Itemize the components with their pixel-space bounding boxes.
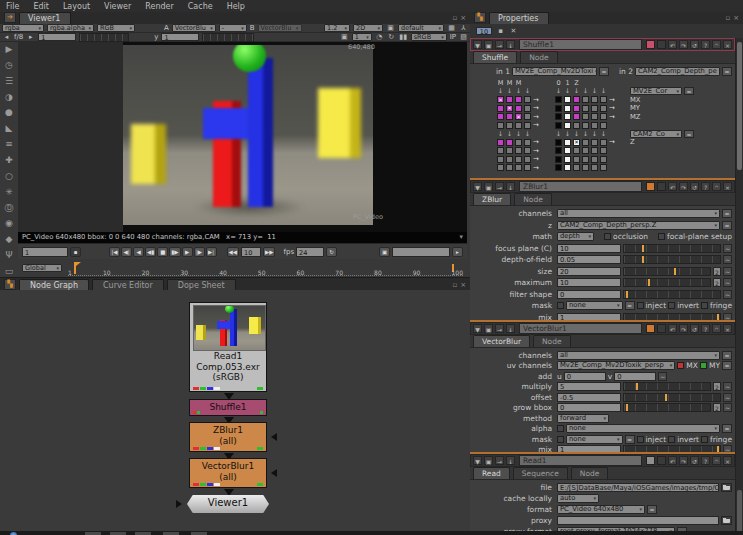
help-icon[interactable]: ? xyxy=(701,456,710,465)
mix-slider[interactable] xyxy=(623,445,721,452)
shuffle-matrix-cell[interactable] xyxy=(506,96,513,103)
toolbar-node-icon[interactable]: ▭ xyxy=(5,266,14,276)
add-u-field[interactable]: 0 xyxy=(564,372,606,381)
toolbar-node-icon[interactable]: ◷ xyxy=(5,60,13,70)
shuffle-matrix-cell[interactable] xyxy=(524,122,531,129)
shuffle-matrix-cell[interactable] xyxy=(515,105,522,112)
animation-curve-icon[interactable]: ~ xyxy=(723,255,732,264)
shuffle-matrix-cell[interactable] xyxy=(497,156,504,163)
close-all-panels-icon[interactable]: ✕ xyxy=(509,27,518,35)
help-icon[interactable]: ? xyxy=(701,40,710,49)
cache-locally-select[interactable]: auto▾ xyxy=(557,494,599,503)
shuffle-matrix-cell[interactable] xyxy=(573,139,580,146)
center-node-icon[interactable]: ▣ xyxy=(484,182,493,191)
node-name-field[interactable]: ZBlur1 xyxy=(519,181,642,192)
z-channel-select[interactable]: CAM2_Comp_Depth_persp.Z▾ xyxy=(557,221,720,230)
shuffle-matrix-cell[interactable] xyxy=(506,164,513,171)
revert-icon[interactable]: ↺ xyxy=(690,456,699,465)
offset-field[interactable]: -0.5 xyxy=(557,393,621,402)
shuffle-matrix-cell[interactable] xyxy=(573,96,580,103)
shuffle-matrix-cell[interactable] xyxy=(555,122,562,129)
shuffle-matrix-cell[interactable] xyxy=(591,105,598,112)
slider-handle[interactable] xyxy=(674,268,676,275)
toolbar-node-icon[interactable]: Ψ xyxy=(5,250,12,260)
center-node-icon[interactable]: ▣ xyxy=(484,324,493,333)
pane-menu-icon[interactable]: ▚ xyxy=(474,12,486,23)
focus-plane-slider[interactable] xyxy=(623,244,721,253)
range-expand-icon[interactable]: ▸ xyxy=(452,247,463,257)
slider-handle[interactable] xyxy=(626,291,628,298)
channels-select[interactable]: all▾ xyxy=(557,351,720,360)
redo-icon[interactable]: ↷ xyxy=(679,182,688,191)
shuffle-matrix-cell[interactable] xyxy=(600,156,607,163)
split-values-button[interactable]: 2 xyxy=(713,403,721,412)
center-node-icon[interactable]: ▣ xyxy=(484,456,493,465)
node-name-field[interactable]: Read1 xyxy=(519,455,642,466)
grow-bbox-field[interactable]: 0 xyxy=(557,403,621,412)
shuffle-matrix-cell[interactable] xyxy=(524,96,531,103)
menu-item-file[interactable]: File xyxy=(6,2,19,11)
mask-select[interactable]: none▾ xyxy=(566,435,623,444)
float-pane-icon[interactable]: ▫ xyxy=(452,14,457,22)
close-pane-icon[interactable]: × xyxy=(460,281,466,289)
shuffle-matrix-cell[interactable] xyxy=(564,156,571,163)
close-panel-icon[interactable]: × xyxy=(723,324,732,333)
invert-checkbox[interactable] xyxy=(668,436,675,443)
node-color-swatch[interactable] xyxy=(646,324,655,333)
tab-node[interactable]: Node xyxy=(520,51,558,63)
tab-vectorblur[interactable]: VectorBlur xyxy=(473,335,530,347)
node-name-field[interactable]: Shuffle1 xyxy=(519,39,642,50)
transport-button[interactable]: ◀▮ xyxy=(145,247,156,257)
b-buffer-select[interactable]: VectorBlu▾ xyxy=(258,24,302,32)
transport-button[interactable]: ◀| xyxy=(121,247,132,257)
shuffle-matrix-cell[interactable] xyxy=(515,139,522,146)
slider-handle[interactable] xyxy=(665,394,667,401)
method-select[interactable]: forward▾ xyxy=(557,414,609,423)
wipe-mode-select[interactable]: -▾ xyxy=(219,24,247,32)
scrollbar-handle[interactable] xyxy=(737,42,742,170)
shuffle-matrix-cell[interactable] xyxy=(524,105,531,112)
shuffle-matrix-cell[interactable] xyxy=(591,156,598,163)
center-node-icon[interactable]: ▣ xyxy=(484,40,493,49)
float-pane-icon[interactable]: ▫ xyxy=(725,14,730,22)
animation-curve-icon[interactable]: ~ xyxy=(723,393,732,402)
shuffle-matrix-cell[interactable] xyxy=(600,147,607,154)
float-panel-icon[interactable]: → xyxy=(495,456,504,465)
tab-properties[interactable]: Properties xyxy=(489,12,549,24)
node-viewer1[interactable]: Viewer1 xyxy=(187,495,269,513)
proxy-path-field[interactable] xyxy=(557,516,719,525)
shuffle-matrix-cell[interactable] xyxy=(582,147,589,154)
toolbar-node-icon[interactable]: ✳ xyxy=(5,187,13,197)
current-frame-field[interactable]: 1 xyxy=(22,247,68,257)
close-panel-icon[interactable]: × xyxy=(723,182,732,191)
depth-of-field-slider[interactable] xyxy=(623,255,721,264)
shuffle-matrix-cell[interactable] xyxy=(497,105,504,112)
shuffle-matrix-cell[interactable] xyxy=(600,164,607,171)
shuffle-matrix-cell[interactable] xyxy=(582,105,589,112)
transport-button[interactable]: |◀ xyxy=(109,247,120,257)
fps-field[interactable]: 24 xyxy=(296,247,324,257)
pause-icon[interactable]: ▮▮ xyxy=(399,33,408,41)
raise-panel-icon[interactable]: ^ xyxy=(712,324,721,333)
revert-icon[interactable]: ↺ xyxy=(690,182,699,191)
read1-panel-header[interactable]: ▼ ▣ → ↓ Read1 ↶ ↷ ↺ ? ^ × xyxy=(470,454,735,467)
offset-slider[interactable] xyxy=(623,393,721,402)
lock-panels-icon[interactable]: ▪ xyxy=(496,27,505,35)
tab-node[interactable]: Node xyxy=(514,193,552,205)
format-select[interactable]: PC_Video 640x480▾ xyxy=(557,505,645,514)
proxy-toggle-icon[interactable]: ⅄ xyxy=(459,24,468,32)
tab-sequence[interactable]: Sequence xyxy=(513,467,568,479)
shuffle-matrix-cell[interactable] xyxy=(506,156,513,163)
shuffle-matrix-cell[interactable] xyxy=(515,122,522,129)
collapse-panel-icon[interactable]: ▼ xyxy=(473,182,482,191)
frame-range-select[interactable]: Global▾ xyxy=(22,264,62,272)
menu-item-layout[interactable]: Layout xyxy=(63,2,90,11)
shuffle-matrix-cell[interactable] xyxy=(524,139,531,146)
shuffle-matrix-cell[interactable] xyxy=(591,147,598,154)
shuffle-matrix-cell[interactable] xyxy=(515,96,522,103)
shuffle-matrix-cell[interactable] xyxy=(524,113,531,120)
redo-icon[interactable]: ↷ xyxy=(679,40,688,49)
properties-scrollbar[interactable] xyxy=(735,38,743,535)
redo-icon[interactable]: ↷ xyxy=(679,324,688,333)
shuffle-matrix-cell[interactable] xyxy=(524,164,531,171)
